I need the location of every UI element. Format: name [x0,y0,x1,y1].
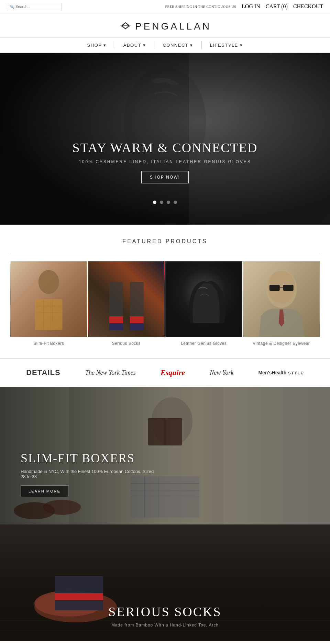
top-bar: 🔍 FREE SHIPPING IN THE CONTIGUOUS US LOG… [0,0,330,13]
hero-dot-1[interactable] [153,201,156,204]
product-card-eyewear[interactable]: Vintage & Designer Eyewear [243,261,320,351]
boxers-cta-button[interactable]: LEARN MORE [21,485,68,497]
svg-rect-21 [130,316,143,323]
products-grid: Slim-Fit Boxers [10,261,320,351]
svg-rect-53 [79,593,103,600]
product-name-socks: Serious Socks [88,341,165,351]
search-input[interactable] [15,4,60,9]
nav-connect[interactable]: CONNECT ▾ [154,41,201,49]
svg-point-10 [38,270,59,294]
svg-rect-29 [283,285,293,291]
product-name-gloves: Leather Genius Gloves [165,341,242,351]
socks-image [88,261,165,337]
press-newyork[interactable]: New York [210,369,233,376]
boxers-content: SLIM-FIT BOXERS Handmade in NYC, With th… [21,451,158,497]
boxers-title: SLIM-FIT BOXERS [21,451,158,465]
svg-rect-22 [109,323,123,330]
hero-subtitle: 100% CASHMERE LINED, ITALIAN LEATHER GEN… [0,159,330,164]
product-card-boxers[interactable]: Slim-Fit Boxers [10,261,87,351]
hero-dot-2[interactable] [160,201,163,204]
product-name-boxers: Slim-Fit Boxers [10,341,87,351]
login-link[interactable]: LOG IN [242,3,260,10]
checkout-link[interactable]: CHECKOUT [293,3,323,10]
boxer-image [10,261,87,337]
svg-rect-20 [109,316,123,323]
product-card-gloves[interactable]: Leather Genius Gloves [165,261,242,351]
eyewear-image [243,261,320,337]
cart-link[interactable]: CART (0) [266,3,288,10]
hero-content: STAY WARM & CONNECTED 100% CASHMERE LINE… [0,140,330,183]
hero-dots [0,201,330,204]
gloves-image [165,261,242,337]
press-nyt[interactable]: The New York Times [85,369,136,376]
svg-rect-12 [36,300,62,329]
svg-rect-23 [130,323,143,330]
product-image-boxers [10,261,87,337]
socks-banner: SERIOUS SOCKS Made from Bamboo With a Ha… [0,524,330,641]
hero-dot-3[interactable] [167,201,170,204]
product-name-eyewear: Vintage & Designer Eyewear [243,341,320,351]
press-details[interactable]: DETAILS [26,368,60,377]
svg-rect-52 [55,593,79,600]
search-icon: 🔍 [10,5,14,9]
product-image-gloves [165,261,242,337]
product-image-eyewear [243,261,320,337]
boxers-banner: SLIM-FIT BOXERS Handmade in NYC, With th… [0,387,330,524]
hero-banner: STAY WARM & CONNECTED 100% CASHMERE LINE… [0,53,330,225]
svg-rect-17 [88,261,164,337]
socks-subtitle: Made from Bamboo With a Hand-Linked Toe,… [0,623,330,628]
logo-icon [119,21,132,32]
nav-shop[interactable]: SHOP ▾ [79,41,115,49]
logo[interactable]: PENGALLAN [0,21,330,32]
hero-overlay [0,53,330,225]
product-image-socks [88,261,165,337]
hero-cta-button[interactable]: SHOP NOW! [141,171,189,183]
socks-content: SERIOUS SOCKS Made from Bamboo With a Ha… [0,604,330,628]
featured-products-title: FEATURED PRODUCTS [10,238,320,245]
logo-area: PENGALLAN [0,13,330,38]
boxers-subtitle: Handmade in NYC, With the Finest 100% Eu… [21,469,158,479]
socks-title: SERIOUS SOCKS [0,604,330,619]
featured-products-section: FEATURED PRODUCTS [0,225,330,358]
product-card-socks[interactable]: Serious Socks [88,261,165,351]
nav-about[interactable]: ABOUT ▾ [115,41,155,49]
search-box[interactable]: 🔍 [7,3,62,10]
nav-bar: SHOP ▾ ABOUT ▾ CONNECT ▾ LIFESTYLE ▾ [0,38,330,53]
products-divider [10,253,320,253]
press-section: DETAILS The New York Times Esquire New Y… [0,358,330,387]
top-bar-right: FREE SHIPPING IN THE CONTIGUOUS US LOG I… [165,3,323,10]
press-esquire[interactable]: Esquire [161,368,185,377]
hero-dot-4[interactable] [174,201,177,204]
svg-rect-28 [269,285,279,291]
press-menshealth[interactable]: Men'sHealth STYLE [258,370,304,375]
hero-title: STAY WARM & CONNECTED [0,140,330,155]
shipping-text: FREE SHIPPING IN THE CONTIGUOUS US [165,5,236,9]
nav-lifestyle[interactable]: LIFESTYLE ▾ [202,41,251,49]
brand-name: PENGALLAN [135,21,211,32]
